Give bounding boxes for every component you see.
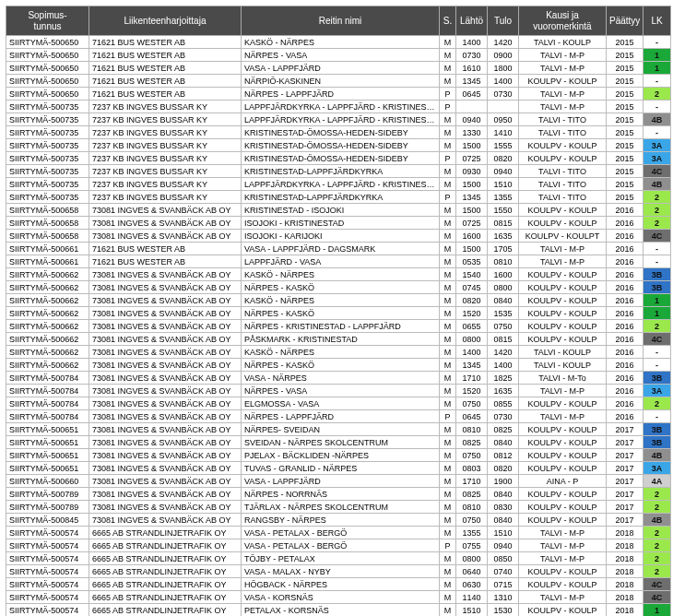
cell: 73081 INGVES & SVANBÄCK AB OY	[89, 294, 242, 307]
cell: 71621 BUS WESTER AB	[89, 75, 242, 88]
cell: 1900	[488, 475, 519, 488]
cell: LAPPFJÄRD - VASA	[242, 255, 440, 268]
cell: 1540	[456, 268, 488, 281]
table-row: SIIRTYMÄ-5005746665 AB STRANDLINJETRAFIK…	[6, 565, 671, 578]
table-row: SIIRTYMÄ-50078973081 INGVES & SVANBÄCK A…	[6, 488, 671, 501]
cell: KOULPV - KOULP	[519, 333, 607, 346]
cell: 71621 BUS WESTER AB	[89, 62, 242, 75]
cell: -	[643, 75, 671, 88]
cell: SIIRTYMÄ-500735	[6, 165, 89, 178]
cell: 2	[643, 204, 671, 217]
cell: SIIRTYMÄ-500735	[6, 113, 89, 126]
cell: 0750	[456, 514, 488, 527]
cell: 71621 BUS WESTER AB	[89, 36, 242, 49]
cell: M	[440, 475, 456, 488]
cell: TÖJBY - PETALAX	[242, 552, 440, 565]
cell: 0645	[456, 410, 488, 423]
cell: P	[440, 539, 456, 552]
col-kausi: Kausi javuoromerkintä	[519, 6, 607, 36]
cell: SIIRTYMÄ-500789	[6, 488, 89, 501]
cell: 1	[643, 49, 671, 62]
cell: 2015	[607, 75, 643, 88]
cell: 2018	[607, 539, 643, 552]
col-lk: LK	[643, 6, 671, 36]
cell: LAPPFJÄRDKYRKA - LAPPFJÄRD - KRISTINESTA…	[242, 178, 440, 191]
cell: 0740	[488, 565, 519, 578]
cell: 3B	[643, 436, 671, 449]
cell: M	[440, 62, 456, 75]
cell: 2018	[607, 527, 643, 539]
cell: KOULPV - KOULP	[519, 268, 607, 281]
cell: NÄRPES - LAPPFJÄRD	[242, 88, 440, 101]
cell: KOULPV - KOULP	[519, 75, 607, 88]
cell: 6665 AB STRANDLINJETRAFIK OY	[89, 565, 242, 578]
cell: M	[440, 243, 456, 255]
cell: 4C	[643, 578, 671, 591]
cell: KOULPV - KOULP	[519, 449, 607, 462]
cell: SIIRTYMÄ-500735	[6, 178, 89, 191]
cell: VASA - KORSNÄS	[242, 591, 440, 604]
cell: SIIRTYMÄ-500662	[6, 320, 89, 333]
route-table: Sopimus-tunnus Liikenteenharjoittaja Rei…	[6, 6, 671, 616]
cell: M	[440, 126, 456, 139]
cell: M	[440, 281, 456, 294]
cell: 4B	[643, 449, 671, 462]
cell: SIIRTYMÄ-500650	[6, 88, 89, 101]
cell: M	[440, 255, 456, 268]
cell: 0535	[456, 255, 488, 268]
cell: 0900	[488, 49, 519, 62]
cell: 0815	[488, 217, 519, 230]
table-row: SIIRTYMÄ-50066273081 INGVES & SVANBÄCK A…	[6, 268, 671, 281]
cell: 73081 INGVES & SVANBÄCK AB OY	[89, 359, 242, 372]
cell: 1500	[456, 204, 488, 217]
cell: SIIRTYMÄ-500658	[6, 204, 89, 217]
table-row: SIIRTYMÄ-50066073081 INGVES & SVANBÄCK A…	[6, 475, 671, 488]
cell: 2	[643, 527, 671, 539]
cell: 7237 KB INGVES BUSSAR KY	[89, 139, 242, 152]
cell: 2015	[607, 36, 643, 49]
cell: SIIRTYMÄ-500735	[6, 191, 89, 204]
cell: SIIRTYMÄ-500662	[6, 359, 89, 372]
cell: NÄRPES- SVEIDAN	[242, 423, 440, 436]
cell: 73081 INGVES & SVANBÄCK AB OY	[89, 514, 242, 527]
cell: 1500	[456, 139, 488, 152]
cell: 73081 INGVES & SVANBÄCK AB OY	[89, 333, 242, 346]
cell: HÖGBACK - NÄRPES	[242, 578, 440, 591]
cell: SIIRTYMÄ-500651	[6, 449, 89, 462]
cell: VASA - PETALAX - BERGÖ	[242, 539, 440, 552]
cell: 4A	[643, 475, 671, 488]
cell: KOULPV - KOULP	[519, 436, 607, 449]
cell: 3B	[643, 281, 671, 294]
table-row: SIIRTYMÄ-50066171621 BUS WESTER ABVASA -…	[6, 243, 671, 255]
cell: 0820	[456, 294, 488, 307]
cell: 2017	[607, 423, 643, 436]
cell: 4B	[643, 113, 671, 126]
cell: 1550	[488, 204, 519, 217]
cell: 0645	[456, 88, 488, 101]
cell: RANGSBY - NÄRPES	[242, 514, 440, 527]
cell: 4C	[643, 165, 671, 178]
cell: 1800	[488, 62, 519, 75]
cell: KRISTINESTAD-LAPPFJÄRDKYRKA	[242, 165, 440, 178]
cell: 1710	[456, 372, 488, 385]
cell: 2	[643, 217, 671, 230]
cell: 73081 INGVES & SVANBÄCK AB OY	[89, 385, 242, 397]
table-row: SIIRTYMÄ-50066273081 INGVES & SVANBÄCK A…	[6, 333, 671, 346]
table-row: SIIRTYMÄ-50065173081 INGVES & SVANBÄCK A…	[6, 436, 671, 449]
cell: 0930	[456, 165, 488, 178]
cell: VASA - LAPPFJÄRD	[242, 475, 440, 488]
table-row: SIIRTYMÄ-50066273081 INGVES & SVANBÄCK A…	[6, 359, 671, 372]
cell: NÄRPES - NORRNÄS	[242, 488, 440, 501]
cell: 71621 BUS WESTER AB	[89, 88, 242, 101]
cell: KOULPV - KOULP	[519, 204, 607, 217]
cell: 2016	[607, 333, 643, 346]
cell: 2	[643, 565, 671, 578]
cell: 0840	[488, 436, 519, 449]
cell: 1355	[456, 527, 488, 539]
cell: TALVI - M-P	[519, 591, 607, 604]
cell: 2016	[607, 268, 643, 281]
cell: 1	[643, 307, 671, 320]
table-row: SIIRTYMÄ-50065071621 BUS WESTER ABNÄRPES…	[6, 88, 671, 101]
cell: 73081 INGVES & SVANBÄCK AB OY	[89, 230, 242, 243]
cell: TALVI - TITO	[519, 178, 607, 191]
